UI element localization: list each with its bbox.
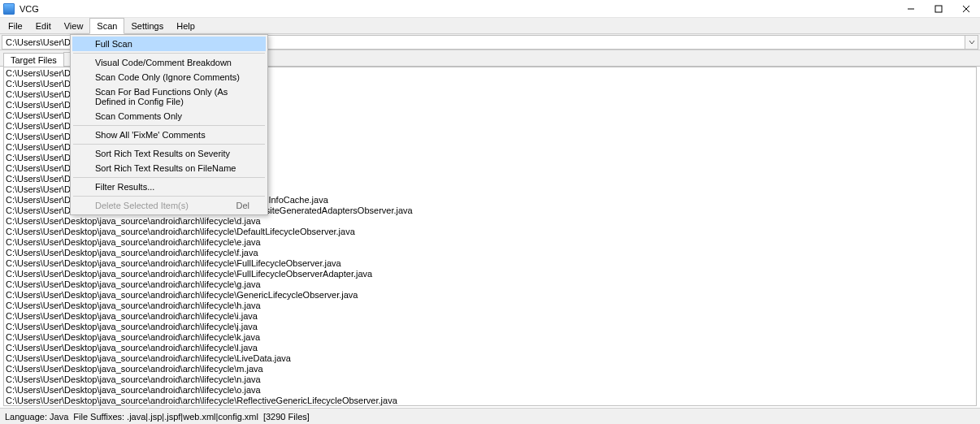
menu-item-delete-selected-item-s: Delete Selected Item(s)Del xyxy=(72,198,266,213)
menu-scan[interactable]: Scan xyxy=(89,18,124,34)
menu-separator xyxy=(73,144,265,145)
menu-separator xyxy=(73,125,265,126)
svg-rect-1 xyxy=(935,6,942,12)
file-row[interactable]: C:\Users\User\Desktop\java_source\androi… xyxy=(6,258,974,269)
file-row[interactable]: C:\Users\User\Desktop\java_source\androi… xyxy=(6,332,974,343)
menu-item-label: Filter Results... xyxy=(95,182,154,192)
file-row[interactable]: C:\Users\User\Desktop\java_source\androi… xyxy=(6,374,974,385)
close-button[interactable] xyxy=(952,0,980,18)
menu-item-scan-for-bad-functions-only-as-defined-in-config-file[interactable]: Scan For Bad Functions Only (As Defined … xyxy=(72,84,266,109)
menu-separator xyxy=(73,53,265,54)
menu-item-label: Delete Selected Item(s) xyxy=(95,201,189,210)
status-suffixes: File Suffixes: .java|.jsp|.jspf|web.xml|… xyxy=(73,412,258,422)
menu-item-label: Scan Code Only (Ignore Comments) xyxy=(95,72,240,82)
file-row[interactable]: C:\Users\User\Desktop\java_source\androi… xyxy=(6,290,974,301)
file-row[interactable]: C:\Users\User\Desktop\java_source\androi… xyxy=(6,216,974,227)
file-row[interactable]: C:\Users\User\Desktop\java_source\androi… xyxy=(6,279,974,290)
menu-item-filter-results[interactable]: Filter Results... xyxy=(72,180,266,194)
menu-item-scan-code-only-ignore-comments[interactable]: Scan Code Only (Ignore Comments) xyxy=(72,70,266,84)
menu-item-scan-comments-only[interactable]: Scan Comments Only xyxy=(72,109,266,123)
file-row[interactable]: C:\Users\User\Desktop\java_source\androi… xyxy=(6,322,974,332)
status-file-count: [3290 Files] xyxy=(263,412,310,422)
file-row[interactable]: C:\Users\User\Desktop\java_source\androi… xyxy=(6,343,974,353)
scan-menu-dropdown: Full ScanVisual Code/Comment BreakdownSc… xyxy=(70,34,268,215)
menu-item-sort-rich-text-results-on-filename[interactable]: Sort Rich Text Results on FileName xyxy=(72,161,266,175)
file-row[interactable]: C:\Users\User\Desktop\java_source\androi… xyxy=(6,364,974,374)
menu-item-label: Sort Rich Text Results on FileName xyxy=(95,163,236,173)
menu-separator xyxy=(73,177,265,178)
file-row[interactable]: C:\Users\User\Desktop\java_source\androi… xyxy=(6,385,974,396)
menu-edit[interactable]: Edit xyxy=(29,18,58,33)
titlebar: VCG xyxy=(0,0,980,18)
menu-item-label: Full Scan xyxy=(95,39,132,49)
menu-item-label: Scan Comments Only xyxy=(95,111,182,121)
menu-item-label: Visual Code/Comment Breakdown xyxy=(95,58,232,67)
app-icon xyxy=(3,3,15,15)
menu-item-show-all-fixme-comments[interactable]: Show All 'FixMe' Comments xyxy=(72,128,266,142)
file-row[interactable]: C:\Users\User\Desktop\java_source\androi… xyxy=(6,396,974,405)
file-row[interactable]: C:\Users\User\Desktop\java_source\androi… xyxy=(6,237,974,248)
menu-help[interactable]: Help xyxy=(170,18,202,33)
file-row[interactable]: C:\Users\User\Desktop\java_source\androi… xyxy=(6,301,974,311)
window-controls xyxy=(897,0,980,18)
tab-target-files[interactable]: Target Files xyxy=(3,53,64,67)
menubar: FileEditViewScanSettingsHelp xyxy=(0,18,980,34)
path-dropdown-button[interactable] xyxy=(965,35,978,50)
file-row[interactable]: C:\Users\User\Desktop\java_source\androi… xyxy=(6,248,974,258)
menu-item-sort-rich-text-results-on-severity[interactable]: Sort Rich Text Results on Severity xyxy=(72,146,266,161)
minimize-button[interactable] xyxy=(897,0,925,18)
menu-item-visual-code-comment-breakdown[interactable]: Visual Code/Comment Breakdown xyxy=(72,55,266,70)
menu-separator xyxy=(73,196,265,197)
menu-item-full-scan[interactable]: Full Scan xyxy=(72,37,266,51)
statusbar: Language: Java File Suffixes: .java|.jsp… xyxy=(0,408,980,424)
menu-view[interactable]: View xyxy=(58,18,90,33)
file-row[interactable]: C:\Users\User\Desktop\java_source\androi… xyxy=(6,269,974,279)
file-row[interactable]: C:\Users\User\Desktop\java_source\androi… xyxy=(6,353,974,364)
menu-item-label: Scan For Bad Functions Only (As Defined … xyxy=(95,87,249,106)
file-row[interactable]: C:\Users\User\Desktop\java_source\androi… xyxy=(6,227,974,237)
menu-item-label: Show All 'FixMe' Comments xyxy=(95,130,206,140)
menu-item-label: Sort Rich Text Results on Severity xyxy=(95,149,230,158)
file-row[interactable]: C:\Users\User\Desktop\java_source\androi… xyxy=(6,311,974,322)
status-language: Language: Java xyxy=(5,412,68,422)
menu-settings[interactable]: Settings xyxy=(124,18,170,33)
maximize-button[interactable] xyxy=(925,0,952,18)
menu-file[interactable]: File xyxy=(2,18,29,33)
menu-item-shortcut: Del xyxy=(236,201,249,210)
window-title: VCG xyxy=(20,4,39,14)
